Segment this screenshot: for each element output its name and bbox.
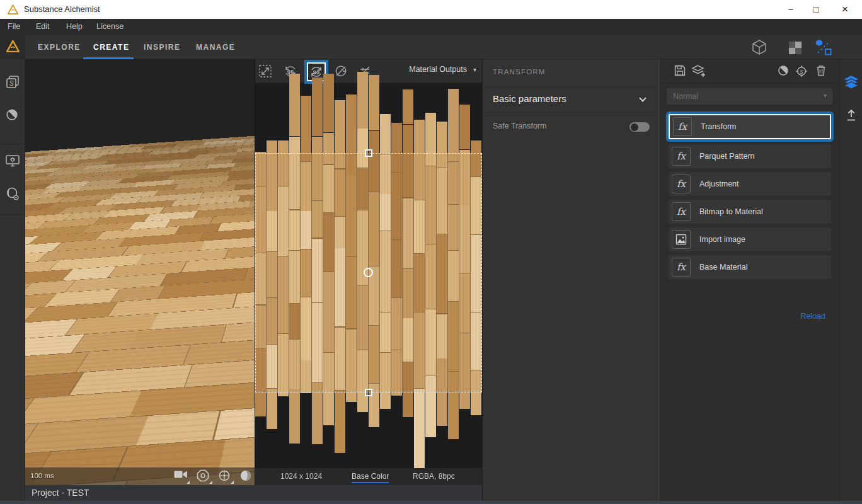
layer-label: Adjustment	[699, 180, 739, 188]
channel-selector[interactable]: Base Color	[352, 472, 389, 483]
split-view-icon[interactable]	[815, 39, 832, 58]
transform-handle-bottom[interactable]	[365, 389, 372, 396]
transform-handle-center[interactable]	[364, 268, 373, 277]
gear-octagon-icon[interactable]	[197, 469, 212, 483]
layer-label: Base Material	[699, 263, 747, 272]
tab-explore[interactable]: EXPLORE	[38, 43, 81, 52]
layer-label: Parquet Pattern	[699, 152, 755, 161]
scale-icon[interactable]	[258, 64, 273, 79]
bottom-strip	[0, 501, 862, 504]
2d-status-bar: 1024 x 1024 Base Color RGBA, 8bpc	[255, 468, 483, 485]
mirror-disabled-icon[interactable]	[333, 64, 348, 79]
menu-help[interactable]: Help	[66, 22, 83, 31]
layer-item-import-image[interactable]: Import image	[669, 227, 831, 251]
fx-icon: fx	[673, 117, 692, 136]
checker-cell	[795, 42, 802, 48]
save-icon[interactable]	[674, 65, 686, 79]
dropdown-corner	[187, 481, 190, 484]
blend-mode-dropdown[interactable]: Normal ▾	[667, 88, 832, 105]
add-layer-icon[interactable]	[692, 65, 706, 80]
layer-label: Bitmap to Material	[699, 207, 763, 216]
environment-settings-icon[interactable]	[6, 187, 20, 203]
section-basic-parameters[interactable]: Basic parameters	[493, 93, 566, 104]
export-icon[interactable]	[845, 108, 858, 125]
toggle-knob	[631, 123, 638, 131]
mask-icon[interactable]	[778, 65, 789, 79]
image-icon	[672, 230, 691, 249]
transform-handle-top[interactable]	[365, 149, 372, 157]
mask-icon[interactable]	[6, 108, 18, 123]
display-settings-icon[interactable]	[5, 154, 20, 170]
checker-cell	[789, 42, 795, 48]
dropdown-corner	[231, 481, 234, 484]
svg-text:S: S	[800, 69, 803, 75]
panel-title: TRANSFORM	[493, 68, 546, 76]
camera-icon[interactable]	[174, 469, 189, 483]
format-label: RGBA, 8bpc	[413, 472, 455, 481]
window-title: Substance Alchemist	[24, 4, 100, 14]
app-window: Substance Alchemist − □ × File Edit Help…	[0, 0, 862, 504]
fx-icon: fx	[672, 175, 691, 193]
tab-manage[interactable]: MANAGE	[196, 43, 235, 52]
svg-text:90: 90	[313, 69, 320, 76]
reload-link[interactable]: Reload	[800, 312, 825, 321]
layer-item-parquet-pattern[interactable]: fx Parquet Pattern	[669, 144, 831, 168]
menu-license[interactable]: License	[96, 22, 124, 31]
chevron-down-icon: ▾	[473, 66, 476, 73]
menu-edit[interactable]: Edit	[36, 22, 50, 31]
layer-label: Transform	[701, 122, 737, 131]
sidebar-divider	[0, 214, 25, 215]
3d-viewport-overlay-bar: 100 ms	[25, 467, 255, 485]
alchemist-logo-icon	[0, 35, 25, 59]
sidebar-divider	[0, 144, 25, 144]
material-outputs-label: Material Outputs	[409, 65, 467, 74]
tab-inspire[interactable]: INSPIRE	[144, 43, 181, 52]
2d-viewport[interactable]: 90 90 Material Outputs▾ 1024 x 1024 Base…	[255, 59, 482, 485]
app-logo-icon	[8, 4, 18, 14]
material-ball-icon[interactable]	[239, 469, 255, 483]
maximize-button[interactable]: □	[802, 0, 830, 19]
right-strip	[839, 59, 862, 501]
project-name: Project - TEST	[32, 488, 89, 498]
3d-view-icon[interactable]	[752, 40, 766, 57]
safe-transform-toggle[interactable]	[629, 122, 650, 132]
parquet-floor-3d	[25, 109, 255, 485]
layer-item-adjustment[interactable]: fx Adjustment	[669, 172, 831, 196]
layer-item-base-material[interactable]: fx Base Material	[669, 255, 831, 279]
layers-stack-icon[interactable]	[844, 76, 859, 92]
transform-panel: TRANSFORM Basic parameters Safe Transfor…	[482, 59, 658, 501]
3d-viewport[interactable]: 100 ms	[25, 59, 255, 485]
chevron-down-icon: ▾	[824, 92, 827, 99]
menu-file[interactable]: File	[8, 22, 20, 31]
svg-text:S: S	[9, 80, 14, 87]
resolution-label: 1024 x 1024	[280, 472, 322, 481]
safe-transform-label: Safe Transform	[493, 122, 546, 130]
layer-item-bitmap-to-material[interactable]: fx Bitmap to Material	[669, 200, 831, 224]
divider	[483, 86, 659, 87]
layer-label: Import image	[699, 235, 745, 244]
checker-cell	[789, 48, 795, 54]
nav-bar: EXPLORE CREATE INSPIRE MANAGE	[0, 35, 862, 59]
divider	[483, 112, 659, 113]
close-button[interactable]: ×	[830, 0, 859, 19]
collections-icon[interactable]: S	[6, 75, 20, 91]
crosshair-icon[interactable]	[218, 469, 233, 483]
layer-item-transform[interactable]: fx Transform	[669, 114, 831, 139]
render-time: 100 ms	[30, 472, 54, 479]
tab-create[interactable]: CREATE	[93, 43, 129, 52]
chevron-down-icon[interactable]	[639, 94, 646, 101]
blend-mode-value: Normal	[673, 92, 698, 101]
layers-panel: S Normal ▾ fx Transform fx Parquet Patte…	[658, 59, 839, 501]
2d-view-icon[interactable]	[789, 42, 802, 54]
dropdown-corner	[209, 481, 212, 484]
left-sidebar: S	[0, 59, 25, 501]
gear-s-icon[interactable]: S	[795, 65, 808, 80]
title-bar: Substance Alchemist − □ ×	[0, 0, 862, 19]
menu-bar: File Edit Help License	[0, 19, 862, 35]
layers-toolbar: S	[659, 59, 840, 83]
fx-icon: fx	[672, 147, 691, 166]
material-outputs-dropdown[interactable]: Material Outputs▾	[409, 65, 476, 74]
fx-icon: fx	[672, 258, 691, 277]
trash-icon[interactable]	[816, 65, 826, 79]
checker-cell	[795, 48, 802, 54]
